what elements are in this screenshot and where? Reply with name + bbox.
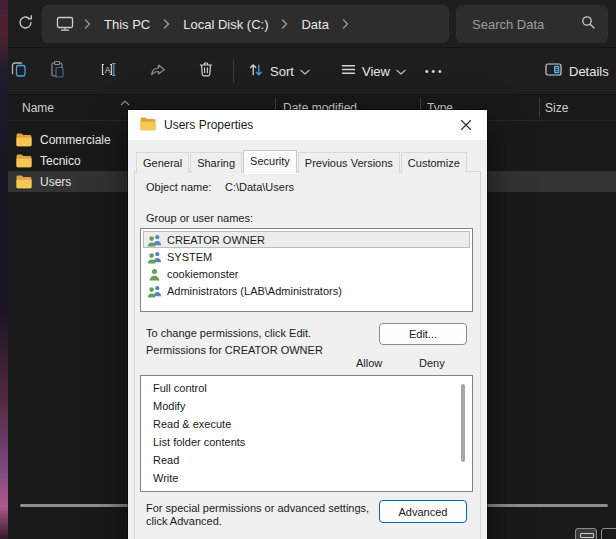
toolbar-separator [233,60,234,83]
tab-sharing[interactable]: Sharing [190,152,242,173]
file-name: Tecnico [40,154,81,168]
principal-name: Administrators (LAB\Administrators) [167,285,342,297]
object-name-label: Object name: [146,181,211,193]
group-icon [146,233,162,247]
edit-button[interactable]: Edit... [379,323,467,345]
trash-icon [198,61,214,81]
status-bar-list-view-icon[interactable] [575,528,597,539]
principal-name: CREATOR OWNER [167,234,265,246]
view-menu-button[interactable]: View [341,63,406,80]
permission-row[interactable]: Read [141,451,472,469]
search-box[interactable]: Search Data [456,5,608,43]
rename-button[interactable]: A [100,61,117,81]
principal-row[interactable]: Administrators (LAB\Administrators) [143,282,470,299]
delete-button[interactable] [198,61,214,81]
tab-security[interactable]: Security [243,150,297,173]
more-options-button[interactable]: ••• [425,66,445,77]
permission-row[interactable]: Full control [141,379,472,397]
principal-row[interactable]: CREATOR OWNER [143,231,470,248]
this-pc-icon [50,16,80,32]
vertical-scrollbar[interactable] [461,384,465,462]
copy-icon [10,61,28,82]
permission-row[interactable]: Read & execute [141,415,472,433]
permission-name: Write [153,472,178,484]
permission-name: Read & execute [153,418,231,430]
tab-customize[interactable]: Customize [401,152,467,173]
folder-icon [140,117,156,133]
desktop-wallpaper-edge [0,0,8,539]
file-name: Users [40,175,71,189]
edit-hint-text: To change permissions, click Edit. [146,327,311,339]
permissions-listbox[interactable]: Full controlModifyRead & executeList fol… [140,375,473,492]
details-pane-toggle[interactable]: Details [545,62,609,81]
chevron-right-icon[interactable] [80,18,95,30]
address-bar: This PC Local Disk (C:) Data Search Data [8,0,616,48]
principal-name: SYSTEM [167,251,212,263]
group-icon [146,284,162,298]
sort-menu-button[interactable]: Sort [248,62,310,81]
advanced-button[interactable]: Advanced [379,500,467,523]
share-icon [150,62,167,81]
permission-name: List folder contents [153,436,245,448]
details-label: Details [569,64,609,79]
sort-label: Sort [270,64,294,79]
paste-button[interactable] [49,61,66,82]
permission-name: Modify [153,400,185,412]
group-list-label: Group or user names: [146,212,253,224]
refresh-button[interactable] [12,11,38,37]
copy-button[interactable] [10,61,28,82]
dialog-title-bar[interactable]: Users Properties [128,110,487,140]
sort-icon [248,62,264,81]
paste-icon [49,61,66,82]
status-bar-thumbnail-view-icon[interactable] [601,528,616,539]
permission-row[interactable]: Write [141,469,472,487]
object-name-value: C:\Data\Users [225,181,294,193]
file-name: Commerciale [40,133,111,147]
command-bar: A Sort [8,48,616,95]
breadcrumb-items: This PC Local Disk (C:) Data [95,17,353,32]
close-icon[interactable] [457,116,475,134]
permission-row[interactable]: Modify [141,397,472,415]
screen: This PC Local Disk (C:) Data Search Data [0,0,616,539]
principal-row[interactable]: cookiemonster [143,265,470,282]
breadcrumb[interactable]: This PC Local Disk (C:) Data [42,5,449,43]
breadcrumb-item[interactable]: Data [292,17,337,32]
chevron-down-icon [396,64,406,79]
folder-icon [16,133,32,147]
folder-icon [16,154,32,168]
properties-dialog: Users Properties GeneralSharingSecurityP… [128,110,487,539]
column-header-name[interactable]: Name [22,101,54,115]
user-icon [146,267,162,281]
refresh-icon [17,14,34,35]
tab-previous-versions[interactable]: Previous Versions [298,152,400,173]
dialog-tabs: GeneralSharingSecurityPrevious VersionsC… [136,150,468,173]
breadcrumb-item[interactable]: This PC [95,17,159,32]
ellipsis-icon: ••• [425,66,445,77]
view-icon [341,63,356,80]
deny-column-label: Deny [419,357,445,369]
chevron-right-icon[interactable] [159,18,174,30]
view-label: View [362,64,390,79]
chevron-down-icon [300,64,310,79]
group-user-listbox[interactable]: CREATOR OWNER SYSTEM cookiemonster Admin… [140,228,473,312]
permission-name: Full control [153,382,207,394]
chevron-right-icon[interactable] [277,18,292,30]
chevron-right-icon[interactable] [338,18,353,30]
column-header-size[interactable]: Size [545,101,568,115]
permissions-header: Permissions for CREATOR OWNER [146,343,346,358]
column-divider[interactable] [539,98,540,117]
permission-row[interactable]: List folder contents [141,433,472,451]
breadcrumb-item[interactable]: Local Disk (C:) [174,17,277,32]
principal-name: cookiemonster [167,268,239,280]
principal-row[interactable]: SYSTEM [143,248,470,265]
svg-text:A: A [105,65,111,75]
search-icon [580,14,596,34]
allow-column-label: Allow [356,357,382,369]
dialog-title: Users Properties [164,118,253,132]
tab-general[interactable]: General [136,152,189,173]
permission-name: Special permissions [153,490,251,492]
sort-ascending-caret-icon [120,95,130,109]
share-button[interactable] [150,62,167,81]
group-icon [146,250,162,264]
permission-row[interactable]: Special permissions [141,487,472,492]
